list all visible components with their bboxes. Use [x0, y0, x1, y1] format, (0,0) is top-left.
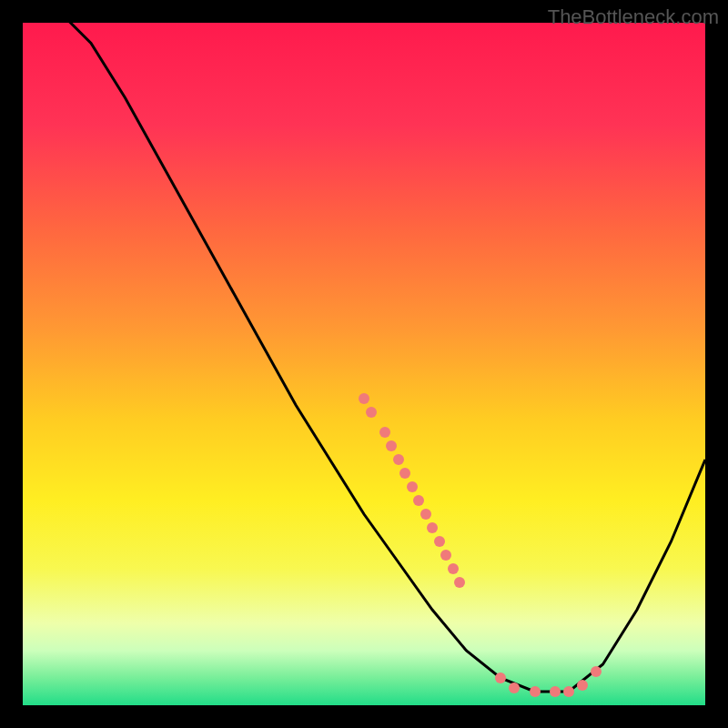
data-point [386, 440, 397, 451]
curve-line [23, 23, 705, 705]
data-point [448, 563, 459, 574]
data-point [577, 680, 588, 691]
chart-area [23, 23, 705, 705]
data-point [563, 686, 574, 697]
data-point [366, 407, 377, 418]
data-point [359, 393, 369, 404]
data-point [530, 686, 541, 697]
data-point [440, 550, 451, 561]
data-point [495, 672, 506, 683]
data-point [550, 686, 561, 697]
watermark-text: TheBottleneck.com [548, 5, 719, 29]
data-point [399, 468, 410, 479]
data-point [454, 577, 465, 588]
data-point [407, 481, 418, 492]
data-point [413, 495, 424, 506]
data-point [379, 427, 390, 438]
data-point [434, 536, 445, 547]
data-point [509, 682, 520, 693]
data-point [393, 454, 404, 465]
data-point [591, 666, 602, 677]
data-point [427, 522, 438, 533]
data-point [420, 509, 431, 520]
